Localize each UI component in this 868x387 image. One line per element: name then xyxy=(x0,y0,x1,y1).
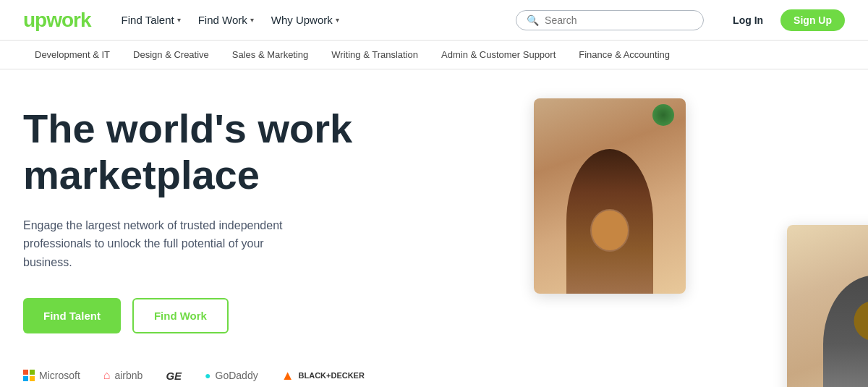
hero-title-line2: marketplace xyxy=(23,152,260,197)
find-work-button[interactable]: Find Work xyxy=(132,298,229,333)
brand-bd: ▲ BLACK+DECKER xyxy=(281,368,365,383)
find-talent-label: Find Talent xyxy=(122,14,174,26)
hero-subtitle: Engage the largest network of trusted in… xyxy=(23,216,298,272)
airbnb-label: airbnb xyxy=(114,370,142,381)
nav-auth: Log In Sign Up xyxy=(721,9,845,31)
search-bar[interactable]: 🔍 xyxy=(516,10,704,30)
microsoft-label: Microsoft xyxy=(39,370,80,381)
nav-find-work[interactable]: Find Work ▾ xyxy=(191,9,261,30)
brand-airbnb: ⌂ airbnb xyxy=(103,369,143,382)
plant-decoration xyxy=(652,104,674,126)
cat-item-writing-&-translation[interactable]: Writing & Translation xyxy=(320,41,430,69)
navbar: upwork Find Talent ▾ Find Work ▾ Why Upw… xyxy=(0,0,868,41)
find-work-label: Find Work xyxy=(198,14,247,26)
ge-icon: GE xyxy=(166,370,182,382)
hero-right xyxy=(475,98,845,383)
nav-links: Find Talent ▾ Find Work ▾ Why Upwork ▾ xyxy=(114,9,505,30)
search-icon: 🔍 xyxy=(527,14,539,26)
brand-microsoft: Microsoft xyxy=(23,370,80,381)
microsoft-icon xyxy=(23,370,35,381)
login-button[interactable]: Log In xyxy=(721,9,775,31)
hero-buttons: Find Talent Find Work xyxy=(23,298,475,333)
hero-photo-man xyxy=(787,225,868,387)
cat-item-development-&-it[interactable]: Development & IT xyxy=(23,41,122,69)
hero-left: The world's work marketplace Engage the … xyxy=(23,98,475,383)
why-upwork-label: Why Upwork xyxy=(271,14,333,26)
hero-title: The world's work marketplace xyxy=(23,106,475,199)
find-talent-chevron-icon: ▾ xyxy=(177,16,181,24)
hero-photo-woman xyxy=(534,98,686,294)
brand-godaddy: ● GoDaddy xyxy=(205,370,258,381)
godaddy-label: GoDaddy xyxy=(216,370,258,381)
why-upwork-chevron-icon: ▾ xyxy=(336,16,339,24)
cat-item-design-&-creative[interactable]: Design & Creative xyxy=(122,41,221,69)
signup-button[interactable]: Sign Up xyxy=(780,9,845,31)
airbnb-icon: ⌂ xyxy=(103,369,111,382)
search-input[interactable] xyxy=(545,14,693,26)
godaddy-icon: ● xyxy=(205,370,210,381)
cat-item-sales-&-marketing[interactable]: Sales & Marketing xyxy=(221,41,320,69)
nav-find-talent[interactable]: Find Talent ▾ xyxy=(114,9,188,30)
cat-item-admin-&-customer-support[interactable]: Admin & Customer Support xyxy=(430,41,567,69)
logo[interactable]: upwork xyxy=(23,9,91,32)
hero-section: The world's work marketplace Engage the … xyxy=(0,69,868,387)
find-talent-button[interactable]: Find Talent xyxy=(23,298,121,333)
brand-logos: Microsoft ⌂ airbnb GE ● GoDaddy ▲ BLACK+… xyxy=(23,368,475,383)
find-work-chevron-icon: ▾ xyxy=(250,16,254,24)
bd-icon: ▲ xyxy=(281,368,294,383)
category-nav: Development & ITDesign & CreativeSales &… xyxy=(0,41,868,69)
cat-item-finance-&-accounting[interactable]: Finance & Accounting xyxy=(567,41,681,69)
nav-why-upwork[interactable]: Why Upwork ▾ xyxy=(264,9,346,30)
hero-title-line1: The world's work xyxy=(23,106,352,151)
brand-ge: GE xyxy=(166,370,182,382)
bd-label: BLACK+DECKER xyxy=(299,371,365,380)
logo-text: upwork xyxy=(23,9,91,31)
